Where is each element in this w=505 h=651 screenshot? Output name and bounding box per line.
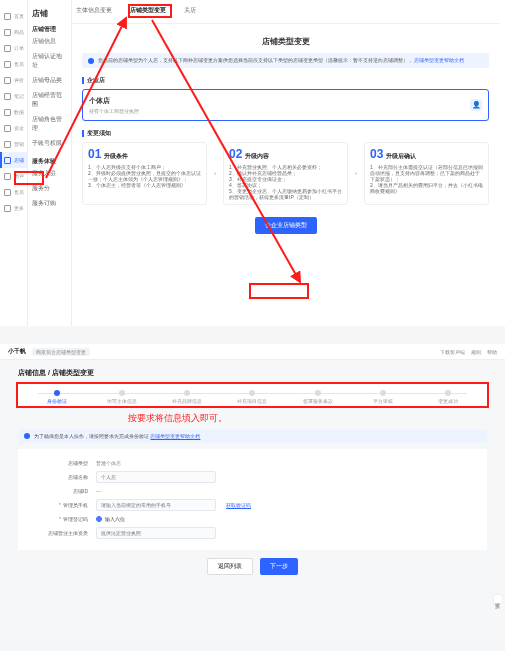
rail-item-store[interactable]: 店铺 [0,152,27,168]
type-card-desc: 持有个体工商营业执照 [89,108,482,114]
submenu-item[interactable]: 子账号权限 [32,136,67,151]
license-label: 店铺营业主体资质 [18,530,96,536]
chevron-right-icon: › [211,142,219,205]
note-icon [4,93,11,100]
tab-2[interactable]: 关店 [180,6,200,19]
topbar-link[interactable]: 规则 [471,349,481,355]
rail-item-service[interactable]: 售后 [0,184,27,200]
tab-0[interactable]: 主体信息变更 [72,6,116,19]
submenu-item[interactable]: 店铺信息 [32,34,67,49]
alert-text: 您当前的店铺类型为个人店，支持以下两种店铺变更方案供您选择当前仅支持以下类型的店… [98,57,413,63]
stepper-step-6[interactable]: 变更成功 [416,390,481,404]
form: 店铺类型 普通个体店 店铺名称 店铺ID — 管理员手机 获取验证码 管理登记码… [18,449,487,550]
stepper-step-0[interactable]: 身份验证 [24,390,89,404]
page-title: 店铺类型变更 [82,36,489,47]
customer-icon [4,173,11,180]
rail-item-marketing[interactable]: 营销 [0,136,27,152]
get-captcha-link[interactable]: 获取验证码 [226,502,251,508]
verify-alert-text: 为了确保您是本人操作，请按照要求先完成身份验证 [34,433,149,439]
store-id-value: — [96,488,101,494]
type-card-name: 个体店 [89,96,482,106]
section-enterprise: 企业店 [82,76,489,85]
topbar-link[interactable]: 下载客户端 [440,349,465,355]
breadcrumb: 店铺信息 / 店铺类型变更 [18,368,487,378]
store-id-label: 店铺ID [18,488,96,494]
next-button[interactable]: 下一步 [260,558,298,575]
more-icon [4,205,11,212]
info-alert: 您当前的店铺类型为个人店，支持以下两种店铺变更方案供您选择当前仅支持以下类型的店… [82,53,489,68]
tab-1[interactable]: 店铺类型变更 [126,6,170,19]
submenu-item[interactable]: 店铺经营范围 [32,88,67,112]
verify-alert: 为了确保您是本人操作，请按照要求先完成身份验证 店铺类型变更帮助文档 [18,429,487,443]
service-icon [4,189,11,196]
section-notice: 变更须知 [82,129,489,138]
owner-phone-input[interactable] [96,499,216,511]
go-enterprise-button[interactable]: 去企业店铺类型 [255,217,317,234]
rail-item-after[interactable]: 售后 [0,56,27,72]
store-type-card-individual[interactable]: 个体店 持有个体工商营业执照 👤 [82,89,489,121]
sms-code-label: 管理登记码 [18,516,96,522]
stepper-step-3[interactable]: 补充项目信息 [220,390,285,404]
submenu-group-2: 服务体验 [32,157,67,166]
after-icon [4,61,11,68]
feedback-tab[interactable]: 反馈 [493,594,503,604]
marketing-icon [4,141,11,148]
rail-item-dashboard[interactable]: 首页 [0,8,27,24]
submenu-item[interactable]: 店铺认证地址 [32,49,67,73]
store-name-label: 店铺名称 [18,474,96,480]
rail-item-customer[interactable]: 用户 [0,168,27,184]
topbar: 小千帆 商家后台店铺类型变更 下载客户端规则帮助 [0,344,505,360]
submenu-item[interactable]: 服务订购 [32,196,67,211]
stepper-step-2[interactable]: 补充品牌信息 [155,390,220,404]
rail-item-goods[interactable]: 商品 [0,24,27,40]
verify-alert-link[interactable]: 店铺类型变更帮助文档 [150,433,200,439]
goods-icon [4,29,11,36]
left-rail: 首页商品订单售后评价笔记数据资金营销店铺用户售后更多 [0,0,28,326]
rail-item-note[interactable]: 笔记 [0,88,27,104]
topbar-crumb[interactable]: 商家后台店铺类型变更 [32,348,90,356]
submenu-item[interactable]: 店铺母品类 [32,73,67,88]
rail-item-data[interactable]: 数据 [0,104,27,120]
submenu-item[interactable]: 服务分 [32,181,67,196]
dashboard-icon [4,13,11,20]
stepper: 身份验证填写主体信息补充品牌信息补充项目信息签署服务条款平台审核变更成功 [18,384,487,407]
submenu-group-1: 店铺管理 [32,25,67,34]
info-icon [88,58,94,64]
info-icon [24,433,30,439]
chevron-right-icon: › [352,142,360,205]
sms-radio[interactable]: 输入六位 [96,516,125,522]
data-icon [4,109,11,116]
submenu-item[interactable]: 服务入驻 [32,166,67,181]
main-area: 主体信息变更店铺类型变更关店 店铺类型变更 您当前的店铺类型为个人店，支持以下两… [72,0,499,322]
back-button[interactable]: 返回列表 [207,558,253,575]
submenu-item[interactable]: 店铺角色管理 [32,112,67,136]
brand-logo: 小千帆 [8,347,26,356]
stepper-step-4[interactable]: 签署服务条款 [285,390,350,404]
alert-help-link[interactable]: 店铺类型变更帮助文档 [414,57,464,63]
submenu-title: 店铺 [32,8,67,19]
fund-icon [4,125,11,132]
store-icon [4,157,11,164]
step-card-03: 03升级后确认1、补充部分主体需提交认证（若部分信息已填报则自动填报，且支持内容… [364,142,489,205]
stepper-step-5[interactable]: 平台审核 [350,390,415,404]
person-icon: 👤 [470,99,482,111]
rail-item-more[interactable]: 更多 [0,200,27,216]
owner-phone-label: 管理员手机 [18,502,96,508]
bottom-screenshot: 小千帆 商家后台店铺类型变更 下载客户端规则帮助 店铺信息 / 店铺类型变更 身… [0,344,505,634]
rail-item-order[interactable]: 订单 [0,40,27,56]
store-type-label: 店铺类型 [18,460,96,466]
left-submenu: 店铺 店铺管理 店铺信息店铺认证地址店铺母品类店铺经营范围店铺角色管理子账号权限… [28,0,72,326]
comment-icon [4,77,11,84]
topbar-link[interactable]: 帮助 [487,349,497,355]
stepper-step-1[interactable]: 填写主体信息 [89,390,154,404]
step-card-01: 01升级条件1、个人店升级仅支持个体工商户； 2、升级时必须提供营业执照，且提交… [82,142,207,205]
store-type-value: 普通个体店 [96,460,121,466]
tabs: 主体信息变更店铺类型变更关店 [72,0,499,24]
license-input[interactable] [96,527,216,539]
order-icon [4,45,11,52]
top-screenshot: 首页商品订单售后评价笔记数据资金营销店铺用户售后更多 店铺 店铺管理 店铺信息店… [0,0,505,326]
store-name-input[interactable] [96,471,216,483]
anno-caption: 按要求将信息填入即可。 [128,412,227,425]
rail-item-fund[interactable]: 资金 [0,120,27,136]
rail-item-comment[interactable]: 评价 [0,72,27,88]
